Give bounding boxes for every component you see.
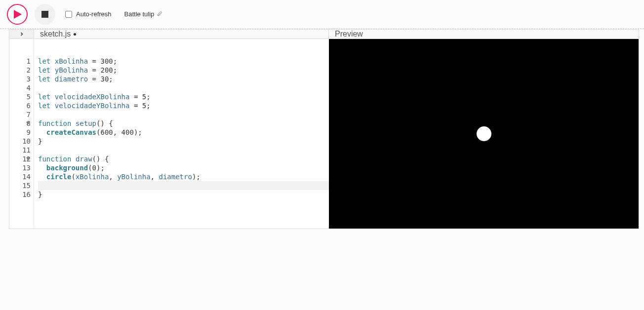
expand-sidebar-button[interactable] bbox=[9, 29, 34, 39]
line-number: 1 bbox=[9, 57, 31, 66]
line-number: 11 bbox=[9, 146, 31, 155]
sketch-name-text: Battle tulip bbox=[124, 10, 155, 18]
code-line[interactable]: } bbox=[38, 190, 329, 199]
code-line[interactable]: let velocidadeYBolinha = 5; bbox=[38, 101, 329, 110]
play-icon bbox=[14, 10, 22, 19]
line-number: 12▼ bbox=[9, 155, 31, 163]
play-button[interactable] bbox=[7, 4, 28, 25]
code-line[interactable]: function draw() { bbox=[38, 155, 329, 163]
file-tab-label: sketch.js bbox=[40, 30, 71, 39]
pencil-icon bbox=[157, 10, 162, 18]
toolbar: Auto-refresh Battle tulip bbox=[0, 0, 644, 29]
preview-pane bbox=[329, 39, 639, 229]
chevron-right-icon bbox=[19, 31, 25, 37]
line-number-gutter: 12345678▼9101112▼13141516 bbox=[9, 39, 34, 229]
ball-circle bbox=[477, 126, 491, 141]
file-tab-bar: sketch.js bbox=[34, 29, 329, 39]
auto-refresh-label: Auto-refresh bbox=[76, 10, 112, 18]
line-number: 6 bbox=[9, 101, 31, 110]
line-number: 3 bbox=[9, 75, 31, 83]
code-line[interactable] bbox=[38, 83, 329, 92]
auto-refresh-toggle[interactable]: Auto-refresh bbox=[65, 10, 112, 18]
svg-marker-0 bbox=[14, 10, 22, 19]
code-line[interactable]: } bbox=[38, 137, 329, 146]
panes-header: sketch.js Preview bbox=[9, 29, 639, 39]
line-number: 5 bbox=[9, 92, 31, 101]
line-number: 4 bbox=[9, 83, 31, 92]
code-line[interactable] bbox=[38, 181, 329, 190]
code-line[interactable] bbox=[38, 110, 329, 119]
code-line[interactable]: createCanvas(600, 400); bbox=[38, 128, 329, 137]
line-number: 14 bbox=[9, 172, 31, 181]
stop-button[interactable] bbox=[35, 4, 55, 25]
code-line[interactable] bbox=[38, 146, 329, 155]
line-number: 8▼ bbox=[9, 119, 31, 128]
line-number: 10 bbox=[9, 137, 31, 146]
code-line[interactable]: let velocidadeXBolinha = 5; bbox=[38, 92, 329, 101]
line-number: 13 bbox=[9, 163, 31, 172]
code-line[interactable]: circle(xBolinha, yBolinha, diametro); bbox=[38, 172, 329, 181]
preview-canvas bbox=[329, 39, 639, 229]
code-line[interactable]: let yBolinha = 200; bbox=[38, 66, 329, 75]
code-editor[interactable]: let xBolinha = 300;let yBolinha = 200;le… bbox=[34, 39, 329, 229]
file-tab[interactable]: sketch.js bbox=[34, 30, 82, 39]
auto-refresh-checkbox[interactable] bbox=[65, 11, 72, 18]
code-line[interactable]: background(0); bbox=[38, 163, 329, 172]
line-number: 7 bbox=[9, 110, 31, 119]
fold-marker-icon[interactable]: ▼ bbox=[26, 155, 30, 163]
line-number: 15 bbox=[9, 181, 31, 190]
main-panes: 12345678▼9101112▼13141516 let xBolinha =… bbox=[9, 39, 639, 229]
line-number: 9 bbox=[9, 128, 31, 137]
fold-marker-icon[interactable]: ▼ bbox=[26, 119, 30, 128]
preview-header-label: Preview bbox=[335, 30, 363, 39]
line-number: 16 bbox=[9, 190, 31, 199]
code-line[interactable]: let xBolinha = 300; bbox=[38, 57, 329, 66]
sketch-name[interactable]: Battle tulip bbox=[124, 10, 163, 18]
unsaved-dot-icon bbox=[74, 33, 76, 36]
stop-icon bbox=[41, 11, 48, 18]
preview-header: Preview bbox=[329, 29, 639, 39]
code-line[interactable]: function setup() { bbox=[38, 119, 329, 128]
line-number: 2 bbox=[9, 66, 31, 75]
code-line[interactable]: let diametro = 30; bbox=[38, 75, 329, 83]
